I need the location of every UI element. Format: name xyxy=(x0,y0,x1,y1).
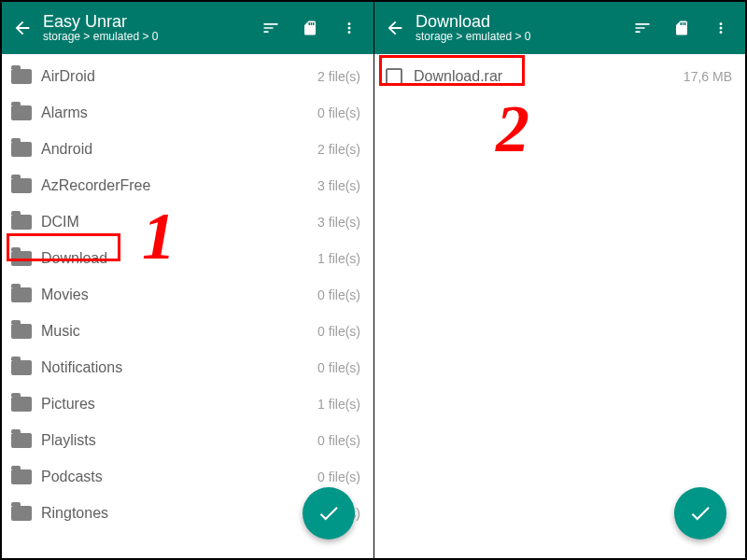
folder-icon xyxy=(11,360,32,375)
appbar-actions xyxy=(258,15,366,41)
arrow-left-icon xyxy=(12,18,33,38)
item-meta: 1 file(s) xyxy=(317,251,360,266)
list-item[interactable]: Android2 file(s) xyxy=(2,131,374,167)
storage-button[interactable] xyxy=(669,15,695,41)
annotation-number-2: 2 xyxy=(496,95,529,162)
list-item[interactable]: DCIM3 file(s) xyxy=(2,203,374,240)
list-item-download-rar[interactable]: Download.rar 17,6 MB xyxy=(374,58,745,94)
item-meta: 17,6 MB xyxy=(684,69,732,84)
item-name: Pictures xyxy=(41,396,317,413)
item-name: Playlists xyxy=(41,432,317,449)
appbar: Easy Unrar storage > emulated > 0 xyxy=(2,2,374,54)
item-meta: 3 file(s) xyxy=(317,215,360,230)
item-meta: 0 file(s) xyxy=(317,469,360,484)
item-meta: 2 file(s) xyxy=(317,142,360,157)
item-name: Notifications xyxy=(41,359,317,376)
list-item[interactable]: AirDroid2 file(s) xyxy=(2,58,374,94)
folder-icon xyxy=(11,469,32,484)
item-name: Android xyxy=(41,141,317,158)
arrow-left-icon xyxy=(385,18,405,38)
back-button[interactable] xyxy=(9,15,35,41)
item-name: Ringtones xyxy=(41,505,317,522)
appbar-actions xyxy=(629,15,738,41)
fab-confirm[interactable] xyxy=(303,487,355,539)
list-item[interactable]: Music0 file(s) xyxy=(2,313,374,349)
folder-icon xyxy=(11,287,32,302)
list-item-download[interactable]: Download1 file(s) xyxy=(2,240,374,276)
page-title: Download xyxy=(416,12,629,32)
item-name: Download xyxy=(41,250,317,267)
folder-icon xyxy=(11,251,32,266)
list-item[interactable]: Movies0 file(s) xyxy=(2,276,374,313)
item-name: Download.rar xyxy=(414,68,684,85)
sort-icon xyxy=(632,19,653,37)
item-name: Music xyxy=(41,323,317,340)
check-icon xyxy=(317,501,341,525)
item-name: Podcasts xyxy=(41,469,317,485)
appbar-titles: Easy Unrar storage > emulated > 0 xyxy=(43,12,258,44)
item-name: Movies xyxy=(41,287,317,303)
appbar: Download storage > emulated > 0 xyxy=(374,2,745,54)
item-name: Alarms xyxy=(41,105,317,121)
list-item[interactable]: AzRecorderFree3 file(s) xyxy=(2,167,374,203)
sd-card-icon xyxy=(302,18,318,38)
folder-icon xyxy=(11,433,32,448)
item-name: AirDroid xyxy=(41,68,317,85)
page-title: Easy Unrar xyxy=(43,12,258,32)
item-meta: 0 file(s) xyxy=(317,324,360,339)
back-button[interactable] xyxy=(382,15,408,41)
breadcrumb: storage > emulated > 0 xyxy=(416,31,629,44)
item-meta: 0 file(s) xyxy=(317,287,360,302)
list-item[interactable]: Playlists0 file(s) xyxy=(2,422,374,458)
checkbox-icon[interactable] xyxy=(386,68,402,85)
folder-icon xyxy=(11,105,32,120)
more-vert-icon xyxy=(341,18,358,38)
folder-icon xyxy=(11,69,32,84)
breadcrumb: storage > emulated > 0 xyxy=(43,31,258,44)
item-meta: 0 file(s) xyxy=(317,433,360,448)
item-meta: 0 file(s) xyxy=(317,105,360,120)
item-name: AzRecorderFree xyxy=(41,177,317,194)
item-meta: 3 file(s) xyxy=(317,178,360,193)
overflow-menu-button[interactable] xyxy=(708,15,734,41)
file-list: Download.rar 17,6 MB xyxy=(374,54,745,98)
folder-icon xyxy=(11,324,32,339)
folder-icon xyxy=(11,215,32,230)
item-meta: 1 file(s) xyxy=(317,397,360,412)
folder-icon xyxy=(11,178,32,193)
pane-left: Easy Unrar storage > emulated > 0 AirDro… xyxy=(2,2,374,558)
sort-icon xyxy=(261,19,281,37)
folder-icon xyxy=(11,397,32,412)
fab-confirm[interactable] xyxy=(674,487,726,539)
item-meta: 2 file(s) xyxy=(317,69,360,84)
list-item[interactable]: Pictures1 file(s) xyxy=(2,385,374,422)
appbar-titles: Download storage > emulated > 0 xyxy=(416,12,629,44)
more-vert-icon xyxy=(712,18,729,38)
sd-card-icon xyxy=(673,18,690,38)
overflow-menu-button[interactable] xyxy=(336,15,362,41)
sort-button[interactable] xyxy=(258,15,284,41)
list-item[interactable]: Alarms0 file(s) xyxy=(2,94,374,131)
pane-right: Download storage > emulated > 0 Download… xyxy=(374,2,745,558)
folder-icon xyxy=(11,506,32,521)
folder-icon xyxy=(11,142,32,157)
folder-list: AirDroid2 file(s) Alarms0 file(s) Androi… xyxy=(2,54,374,535)
list-item[interactable]: Notifications0 file(s) xyxy=(2,349,374,385)
storage-button[interactable] xyxy=(297,15,323,41)
sort-button[interactable] xyxy=(629,15,655,41)
item-meta: 0 file(s) xyxy=(317,360,360,375)
check-icon xyxy=(688,501,712,525)
item-name: DCIM xyxy=(41,214,317,231)
